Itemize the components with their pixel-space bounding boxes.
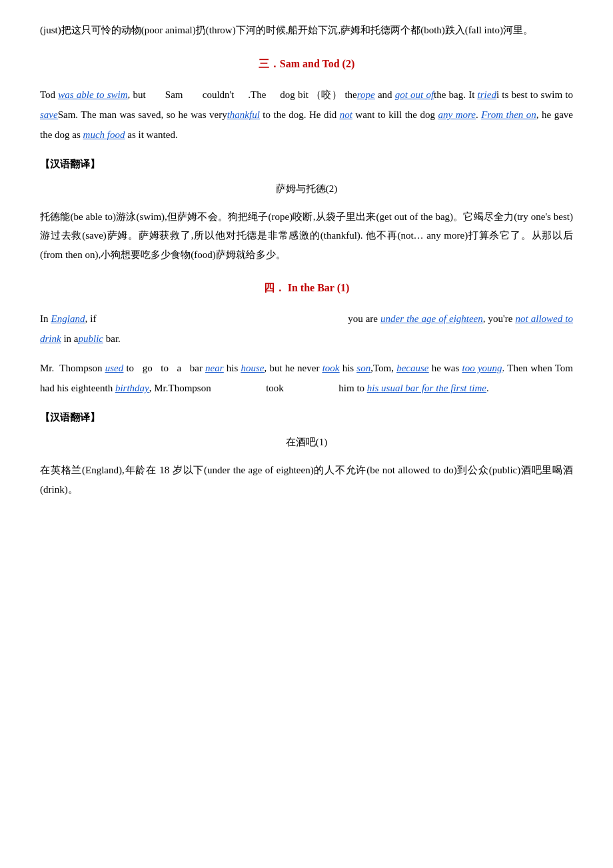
from-then-on-link: From then on (481, 109, 536, 120)
england-link: England (51, 313, 85, 324)
section-3-title: 三．Sam and Tod (2) (40, 55, 573, 74)
got-out-of-link: got out of (395, 89, 434, 100)
much-food-link: much food (83, 129, 125, 140)
any-more-link: any more (438, 109, 476, 120)
intro-paragraph: (just)把这只可怜的动物(poor animal)扔(throw)下河的时候… (40, 20, 573, 40)
section-4: 四． In the Bar (1) In England, if you are… (40, 279, 573, 499)
not-link: not (340, 109, 352, 120)
usual-bar-link: his usual bar for the first time (367, 383, 486, 393)
used-link: used (105, 363, 124, 373)
took-link: took (322, 363, 340, 373)
section-4-title: 四． In the Bar (1) (40, 279, 573, 298)
birthday-link: birthday (115, 383, 149, 393)
too-young-link: too young (462, 363, 502, 373)
under-age-link: under the age of eighteen (380, 313, 483, 324)
section3-translation-header: 【汉语翻译】 (40, 155, 573, 173)
section-3: 三．Sam and Tod (2) Tod was able to swim, … (40, 55, 573, 264)
section3-cn-para: 托德能(be able to)游泳(swim),但萨姆不会。狗把绳子(rope)… (40, 207, 573, 265)
section4-english-para2: Mr. Thompson used to go to a bar near hi… (40, 358, 573, 398)
was-able-to-swim-link: was able to swim (58, 89, 127, 100)
tried-link: tried (478, 89, 496, 100)
section3-english-para: Tod was able to swim, but Sam couldn't .… (40, 85, 573, 145)
section4-english-para1: In England, if you are under the age of … (40, 309, 573, 349)
section4-translation-header: 【汉语翻译】 (40, 409, 573, 427)
section4-subtitle-cn: 在酒吧(1) (40, 433, 573, 451)
not-allowed-link: not allowed to drink (40, 313, 573, 344)
rope-link: rope (357, 89, 375, 100)
save-link: save (40, 109, 58, 120)
intro-text: (just)把这只可怜的动物(poor animal)扔(throw)下河的时候… (40, 25, 533, 35)
house-link: house (241, 363, 264, 373)
near-link: near (205, 363, 224, 373)
public-link: public (79, 333, 104, 344)
section3-subtitle-cn: 萨姆与托德(2) (40, 180, 573, 198)
because-link: because (396, 363, 428, 373)
thankful-link: thankful (227, 109, 260, 120)
son-link: son (356, 363, 370, 373)
section4-cn-para: 在英格兰(England),年龄在 18 岁以下(under the age o… (40, 461, 573, 499)
